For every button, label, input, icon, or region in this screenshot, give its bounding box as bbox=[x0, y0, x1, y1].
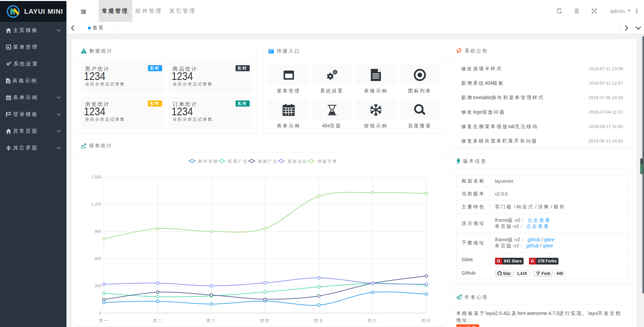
svg-text:周一: 周一 bbox=[99, 318, 109, 323]
svg-text:视频广告: 视频广告 bbox=[257, 159, 278, 164]
svg-text:600: 600 bbox=[94, 256, 101, 261]
svg-text:周五: 周五 bbox=[314, 318, 324, 323]
svg-text:周三: 周三 bbox=[206, 318, 216, 323]
svg-text:直接访问: 直接访问 bbox=[287, 159, 307, 164]
svg-text:300: 300 bbox=[94, 284, 101, 288]
svg-text:周二: 周二 bbox=[152, 318, 162, 323]
svg-text:0: 0 bbox=[99, 311, 101, 316]
svg-text:1,500: 1,500 bbox=[91, 175, 101, 179]
svg-text:搜索引擎: 搜索引擎 bbox=[317, 159, 337, 164]
svg-text:邮件营销: 邮件营销 bbox=[198, 159, 218, 164]
svg-text:周四: 周四 bbox=[260, 318, 270, 323]
svg-text:联盟广告: 联盟广告 bbox=[228, 159, 248, 164]
svg-text:周日: 周日 bbox=[421, 318, 431, 323]
svg-text:周六: 周六 bbox=[367, 318, 378, 323]
svg-text:900: 900 bbox=[94, 229, 101, 234]
svg-text:1,200: 1,200 bbox=[91, 202, 101, 207]
